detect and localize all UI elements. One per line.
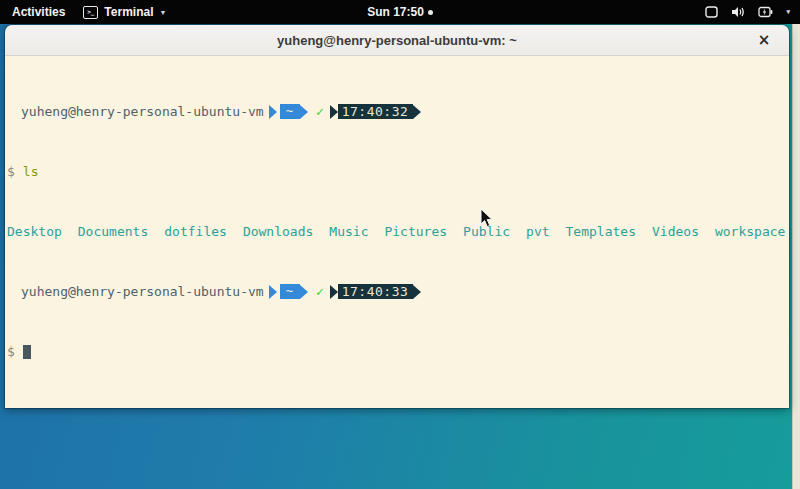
prompt-user-host: yuheng@henry-personal-ubuntu-vm	[21, 104, 264, 119]
window-titlebar[interactable]: yuheng@henry-personal-ubuntu-vm: ~ ×	[5, 25, 789, 56]
close-button[interactable]: ×	[753, 25, 775, 55]
notification-dot-icon	[428, 10, 433, 15]
prompt-path: ~	[280, 104, 300, 119]
screen-icon	[705, 6, 718, 18]
terminal-content[interactable]: yuheng@henry-personal-ubuntu-vm ~ ✓ 17:4…	[5, 56, 789, 408]
app-menu-label: Terminal	[104, 5, 153, 19]
terminal-window: yuheng@henry-personal-ubuntu-vm: ~ × yuh…	[5, 25, 789, 408]
directory-entry: dotfiles	[164, 224, 227, 239]
mouse-cursor-icon	[480, 208, 494, 228]
clock-label: Sun 17:50	[367, 5, 424, 19]
status-check-icon: ✓	[316, 104, 324, 119]
powerline-path-segment: ~	[269, 104, 308, 119]
powerline-arrow-icon	[330, 285, 338, 299]
chevron-down-icon: ▾	[786, 8, 790, 16]
directory-entry: pvt	[526, 224, 549, 239]
powerline-arrow-icon	[330, 105, 338, 119]
screen-edge-strip	[792, 24, 800, 489]
status-check-icon: ✓	[316, 284, 324, 299]
powerline-path-segment: ~	[269, 284, 308, 299]
powerline-time-segment: 17:40:33	[330, 284, 422, 299]
window-title: yuheng@henry-personal-ubuntu-vm: ~	[277, 33, 517, 48]
directory-entry: workspace	[715, 224, 785, 239]
prompt-path: ~	[280, 284, 300, 299]
terminal-icon: >_	[83, 6, 98, 19]
directory-entry: Music	[329, 224, 368, 239]
typed-command: ls	[23, 164, 39, 179]
top-bar: Activities >_ Terminal ▼ Sun 17:50 ▾	[0, 0, 800, 24]
directory-entry: Templates	[566, 224, 636, 239]
directory-entry: Documents	[78, 224, 148, 239]
battery-charging-icon	[758, 6, 773, 18]
powerline-arrow-icon	[300, 105, 308, 119]
activities-button[interactable]: Activities	[12, 5, 65, 19]
powerline-arrow-icon	[413, 105, 421, 119]
powerline-arrow-icon	[300, 285, 308, 299]
prompt-line-2: yuheng@henry-personal-ubuntu-vm ~ ✓ 17:4…	[7, 284, 787, 299]
directory-entry: Videos	[652, 224, 699, 239]
volume-icon	[731, 6, 745, 18]
chevron-down-icon: ▼	[159, 9, 166, 16]
app-menu-terminal[interactable]: >_ Terminal ▼	[83, 5, 166, 19]
clock-button[interactable]: Sun 17:50	[340, 5, 460, 19]
directory-entry: Pictures	[384, 224, 447, 239]
prompt-line-1: yuheng@henry-personal-ubuntu-vm ~ ✓ 17:4…	[7, 104, 787, 119]
prompt-timestamp: 17:40:33	[338, 284, 414, 299]
prompt-symbol: $	[7, 164, 15, 179]
directory-entry: Downloads	[243, 224, 313, 239]
current-input-line[interactable]: $	[7, 344, 787, 359]
terminal-cursor	[23, 345, 31, 359]
powerline-time-segment: 17:40:32	[330, 104, 422, 119]
powerline-arrow-icon	[269, 105, 277, 119]
command-line: $ ls	[7, 164, 787, 179]
prompt-timestamp: 17:40:32	[338, 104, 414, 119]
directory-entry: Desktop	[7, 224, 62, 239]
prompt-symbol: $	[7, 344, 15, 359]
powerline-arrow-icon	[269, 285, 277, 299]
system-tray[interactable]: ▾	[705, 0, 790, 24]
ls-output-line: DesktopDocumentsdotfilesDownloadsMusicPi…	[7, 224, 787, 239]
powerline-arrow-icon	[413, 285, 421, 299]
prompt-user-host: yuheng@henry-personal-ubuntu-vm	[21, 284, 264, 299]
